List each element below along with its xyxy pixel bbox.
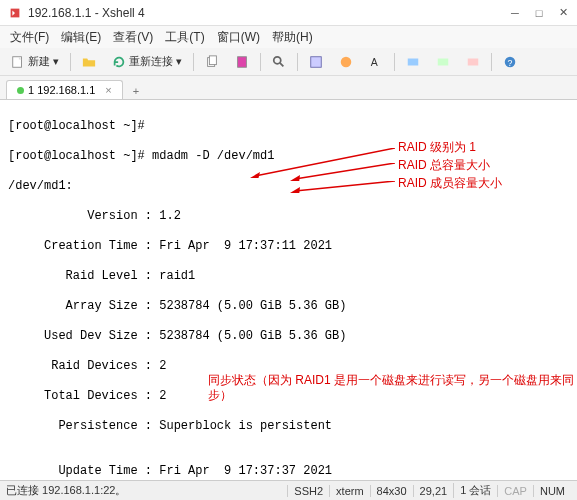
svg-rect-3 <box>238 56 247 67</box>
terminal-line: Raid Level : raid1 <box>8 269 569 284</box>
terminal-line: [root@localhost ~]# <box>8 119 569 134</box>
tool2-button[interactable] <box>431 53 455 71</box>
new-icon <box>11 55 25 69</box>
tool-icon <box>406 55 420 69</box>
copy-button[interactable] <box>200 53 224 71</box>
status-cap: CAP <box>497 485 533 497</box>
menu-window[interactable]: 窗口(W) <box>213 27 264 48</box>
app-icon <box>8 6 22 20</box>
open-button[interactable] <box>77 53 101 71</box>
svg-line-15 <box>295 163 395 179</box>
status-pos: 29,21 <box>413 485 454 497</box>
window-title: 192.168.1.1 - Xshell 4 <box>28 6 509 20</box>
terminal-line: Creation Time : Fri Apr 9 17:37:11 2021 <box>8 239 569 254</box>
add-tab-button[interactable]: + <box>127 83 145 99</box>
annotation: RAID 总容量大小 <box>398 158 490 173</box>
annotation: RAID 成员容量大小 <box>398 176 502 191</box>
close-button[interactable]: ✕ <box>557 7 569 19</box>
terminal-line: Version : 1.2 <box>8 209 569 224</box>
svg-rect-5 <box>311 56 322 67</box>
reconnect-icon <box>112 55 126 69</box>
tool3-button[interactable] <box>461 53 485 71</box>
session-tab[interactable]: 1 192.168.1.1 × <box>6 80 123 99</box>
svg-marker-18 <box>290 187 300 193</box>
terminal-line: Raid Devices : 2 <box>8 359 569 374</box>
titlebar: 192.168.1.1 - Xshell 4 ─ □ ✕ <box>0 0 577 26</box>
minimize-button[interactable]: ─ <box>509 7 521 19</box>
svg-point-6 <box>341 56 352 67</box>
chevron-down-icon: ▾ <box>53 55 59 68</box>
svg-line-17 <box>295 181 395 191</box>
search-icon <box>272 55 286 69</box>
svg-text:A: A <box>371 55 378 67</box>
svg-text:?: ? <box>507 57 512 67</box>
annotation: 同步状态（因为 RAID1 是用一个磁盘来进行读写，另一个磁盘用来同步） <box>208 373 577 403</box>
status-sessions: 1 会话 <box>453 483 497 498</box>
tab-close-icon[interactable]: × <box>105 84 111 96</box>
color-button[interactable] <box>334 53 358 71</box>
status-dot-icon <box>17 87 24 94</box>
tool-icon <box>466 55 480 69</box>
reconnect-label: 重新连接 <box>129 54 173 69</box>
tool-icon <box>436 55 450 69</box>
statusbar: 已连接 192.168.1.1:22。 SSH2 xterm 84x30 29,… <box>0 480 577 500</box>
props-button[interactable] <box>304 53 328 71</box>
status-num: NUM <box>533 485 571 497</box>
terminal-line: Used Dev Size : 5238784 (5.00 GiB 5.36 G… <box>8 329 569 344</box>
menubar: 文件(F) 编辑(E) 查看(V) 工具(T) 窗口(W) 帮助(H) <box>0 26 577 48</box>
chevron-down-icon: ▾ <box>176 55 182 68</box>
folder-icon <box>82 55 96 69</box>
help-button[interactable]: ? <box>498 53 522 71</box>
svg-marker-14 <box>250 172 260 178</box>
new-label: 新建 <box>28 54 50 69</box>
terminal[interactable]: [root@localhost ~]# [root@localhost ~]# … <box>0 100 577 480</box>
menu-tools[interactable]: 工具(T) <box>161 27 208 48</box>
menu-file[interactable]: 文件(F) <box>6 27 53 48</box>
separator <box>491 53 492 71</box>
arrow-icon <box>290 181 395 193</box>
font-icon: A <box>369 55 383 69</box>
tool1-button[interactable] <box>401 53 425 71</box>
copy-icon <box>205 55 219 69</box>
status-connection: 已连接 192.168.1.1:22。 <box>6 483 287 498</box>
tabbar: 1 192.168.1.1 × + <box>0 76 577 100</box>
toolbar: 新建 ▾ 重新连接 ▾ A ? <box>0 48 577 76</box>
font-button[interactable]: A <box>364 53 388 71</box>
status-size: 84x30 <box>370 485 413 497</box>
palette-icon <box>339 55 353 69</box>
svg-rect-10 <box>468 58 479 65</box>
new-button[interactable]: 新建 ▾ <box>6 52 64 71</box>
menu-view[interactable]: 查看(V) <box>109 27 157 48</box>
separator <box>394 53 395 71</box>
props-icon <box>309 55 323 69</box>
paste-button[interactable] <box>230 53 254 71</box>
help-icon: ? <box>503 55 517 69</box>
status-protocol: SSH2 <box>287 485 329 497</box>
separator <box>297 53 298 71</box>
annotation: RAID 级别为 1 <box>398 140 476 155</box>
arrow-icon <box>290 163 395 181</box>
tab-label: 1 192.168.1.1 <box>28 84 95 96</box>
status-termtype: xterm <box>329 485 370 497</box>
svg-point-4 <box>274 56 281 63</box>
terminal-line: Update Time : Fri Apr 9 17:37:37 2021 <box>8 464 569 479</box>
menu-edit[interactable]: 编辑(E) <box>57 27 105 48</box>
terminal-line: Persistence : Superblock is persistent <box>8 419 569 434</box>
svg-rect-9 <box>438 58 449 65</box>
menu-help[interactable]: 帮助(H) <box>268 27 317 48</box>
svg-rect-8 <box>408 58 419 65</box>
paste-icon <box>235 55 249 69</box>
separator <box>70 53 71 71</box>
maximize-button[interactable]: □ <box>533 7 545 19</box>
reconnect-button[interactable]: 重新连接 ▾ <box>107 52 187 71</box>
find-button[interactable] <box>267 53 291 71</box>
terminal-line: Array Size : 5238784 (5.00 GiB 5.36 GB) <box>8 299 569 314</box>
window-controls: ─ □ ✕ <box>509 7 569 19</box>
separator <box>260 53 261 71</box>
separator <box>193 53 194 71</box>
svg-rect-2 <box>209 55 216 64</box>
